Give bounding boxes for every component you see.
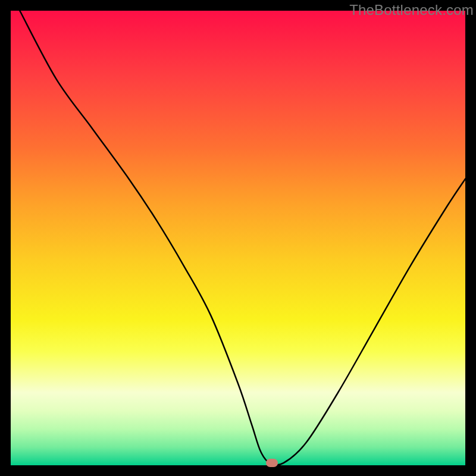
optimal-marker: [266, 459, 278, 467]
watermark-text: TheBottleneck.com: [349, 2, 474, 18]
bottleneck-curve: [11, 11, 465, 465]
plot-area: [11, 11, 465, 465]
chart-frame: TheBottleneck.com: [0, 0, 476, 476]
